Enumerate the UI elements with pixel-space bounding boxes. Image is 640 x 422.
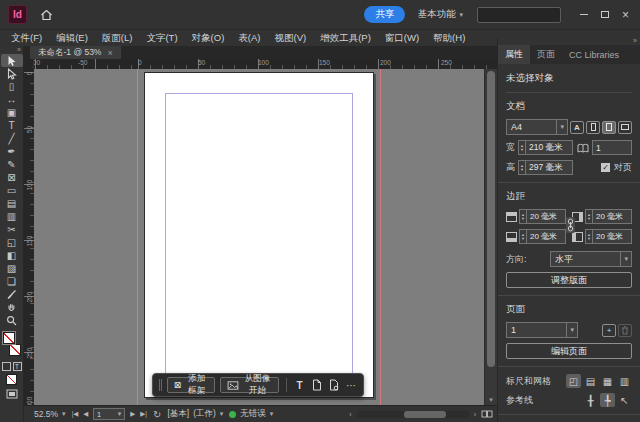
vertical-scrollbar[interactable]: ▾ (484, 69, 497, 405)
vertical-grid-tool-icon[interactable]: ▥ (1, 210, 23, 223)
menu-item-plugins[interactable]: 增效工具(P) (313, 32, 378, 45)
height-field[interactable]: 297 毫米 (525, 160, 573, 175)
scissors-tool-icon[interactable]: ✂ (1, 223, 23, 236)
edit-page-button[interactable]: 编辑页面 (506, 343, 632, 359)
menu-item-help[interactable]: 帮助(H) (426, 32, 472, 45)
margin-bottom-stepper[interactable]: ▲▼ (519, 229, 526, 244)
scroll-right-icon[interactable]: › (474, 411, 476, 418)
first-page-button[interactable]: |◀ (72, 410, 79, 418)
search-input[interactable] (477, 7, 561, 23)
line-tool-icon[interactable]: ╱ (1, 132, 23, 145)
preflight-menu-icon[interactable]: ↻ (153, 409, 161, 420)
menu-item-type[interactable]: 文字(T) (139, 32, 184, 45)
zoom-tool-icon[interactable] (1, 314, 23, 327)
eyedropper-tool-icon[interactable] (1, 288, 23, 301)
scrollbar-thumb[interactable] (487, 71, 495, 367)
last-page-button[interactable]: ▶| (140, 410, 147, 418)
document-page[interactable] (144, 72, 374, 398)
tab-properties[interactable]: 属性 (498, 45, 530, 64)
add-frame-button[interactable]: ⊠ 添加框架 (167, 377, 216, 393)
vertical-ruler[interactable]: 050100150200250300 (24, 69, 34, 405)
fill-swatch-icon[interactable] (3, 332, 15, 344)
free-transform-tool-icon[interactable]: ◱ (1, 236, 23, 249)
menu-item-layout[interactable]: 版面(L) (95, 32, 140, 45)
formatting-text-icon[interactable]: T (13, 362, 22, 371)
current-page-select[interactable]: 1▾ (506, 322, 578, 338)
page-settings-button[interactable] (328, 377, 340, 393)
stroke-swatch-icon[interactable] (9, 344, 21, 356)
orientation-landscape-icon[interactable] (602, 121, 616, 134)
minimize-icon[interactable] (573, 6, 594, 24)
layout-grid-icon[interactable]: ▥ (617, 374, 632, 388)
horizontal-scrollbar[interactable] (357, 411, 469, 418)
smart-guides-icon[interactable]: ↖ (617, 393, 632, 407)
more-options-icon[interactable]: ··· (345, 377, 357, 393)
rectangle-tool-icon[interactable]: ▭ (1, 184, 23, 197)
ruler-origin-corner[interactable] (24, 59, 34, 69)
scroll-down-icon[interactable]: ▾ (485, 396, 497, 404)
preflight-profile-select[interactable]: [基本] (工作) ▾ (167, 408, 223, 420)
rulers-icon[interactable]: ◰ (566, 374, 581, 388)
lock-guides-icon[interactable]: ╄ (600, 393, 615, 407)
baseline-grid-icon[interactable]: ▤ (583, 374, 598, 388)
spread-view-icon[interactable] (481, 410, 493, 418)
gap-tool-icon[interactable]: ↔ (1, 93, 23, 106)
direct-selection-tool-icon[interactable] (1, 67, 23, 80)
menu-item-edit[interactable]: 编辑(E) (49, 32, 95, 45)
width-field[interactable]: 210 毫米 (525, 140, 573, 155)
app-logo-icon[interactable]: Id (8, 5, 27, 24)
tab-cc-libraries[interactable]: CC Libraries (562, 45, 626, 64)
pages-count-field[interactable]: 1 (592, 140, 632, 155)
horizontal-grid-tool-icon[interactable]: ▤ (1, 197, 23, 210)
close-tab-icon[interactable]: × (107, 48, 112, 58)
start-from-image-button[interactable]: 从图像开始 (220, 377, 278, 393)
share-button[interactable]: 共享 (364, 6, 405, 23)
home-icon[interactable] (40, 9, 53, 21)
rectangle-frame-tool-icon[interactable]: ⊠ (1, 171, 23, 184)
selection-tool-icon[interactable] (1, 54, 23, 67)
scroll-left-icon[interactable]: ‹ (349, 411, 351, 418)
height-stepper[interactable]: ▲▼ (518, 160, 525, 175)
close-icon[interactable]: × (615, 6, 636, 24)
menu-item-object[interactable]: 对象(O) (185, 32, 232, 45)
note-tool-icon[interactable]: ❏ (1, 275, 23, 288)
margin-top-field[interactable]: 20 毫米 (526, 209, 566, 224)
page-number-select[interactable]: 1▾ (93, 408, 125, 420)
content-collector-tool-icon[interactable]: ▣ (1, 106, 23, 119)
margin-inside-stepper[interactable]: ▲▼ (585, 229, 592, 244)
preflight-status[interactable]: 无错误 ▾ (229, 408, 273, 420)
new-page-button[interactable] (311, 377, 323, 393)
margin-bottom-field[interactable]: 20 毫米 (526, 229, 566, 244)
binding-direction-icon[interactable] (618, 121, 632, 134)
adjust-layout-button[interactable]: 调整版面 (506, 272, 632, 288)
tab-pages[interactable]: 页面 (530, 45, 562, 64)
formatting-container-icon[interactable] (2, 362, 11, 371)
page-tool-icon[interactable]: ▯ (1, 80, 23, 93)
guides-icon[interactable]: ╂ (583, 393, 598, 407)
collapse-tools-icon[interactable]: » (0, 46, 23, 54)
width-stepper[interactable]: ▲▼ (518, 140, 525, 155)
next-page-button[interactable]: ▶ (130, 410, 135, 418)
page-size-select[interactable]: A4▾ (506, 119, 568, 135)
apply-none-swatch-icon[interactable] (6, 374, 17, 385)
document-tab[interactable]: 未命名-1 @ 53% × (30, 46, 121, 59)
menu-item-window[interactable]: 窗口(W) (378, 32, 426, 45)
hand-tool-icon[interactable] (1, 301, 23, 314)
workspace-switcher[interactable]: 基本功能 ▾ (417, 8, 463, 21)
add-page-icon[interactable]: + (602, 324, 616, 337)
menu-item-table[interactable]: 表(A) (231, 32, 267, 45)
pencil-tool-icon[interactable]: ✎ (1, 158, 23, 171)
facing-pages-checkbox[interactable]: ✓ (601, 163, 610, 172)
orientation-portrait-icon[interactable] (586, 121, 600, 134)
previous-page-button[interactable]: ◀ (83, 410, 88, 418)
scrollbar-thumb[interactable] (404, 411, 446, 418)
menu-item-view[interactable]: 视图(V) (267, 32, 313, 45)
margin-outside-stepper[interactable]: ▲▼ (585, 209, 592, 224)
page-size-a-icon[interactable]: A (570, 121, 584, 134)
add-text-button[interactable]: T (293, 377, 305, 393)
taskbar-drag-handle[interactable] (159, 379, 162, 391)
margin-top-stepper[interactable]: ▲▼ (519, 209, 526, 224)
gradient-feather-tool-icon[interactable]: ▨ (1, 262, 23, 275)
link-margins-icon[interactable] (566, 217, 575, 233)
direction-select[interactable]: 水平▾ (550, 251, 632, 267)
